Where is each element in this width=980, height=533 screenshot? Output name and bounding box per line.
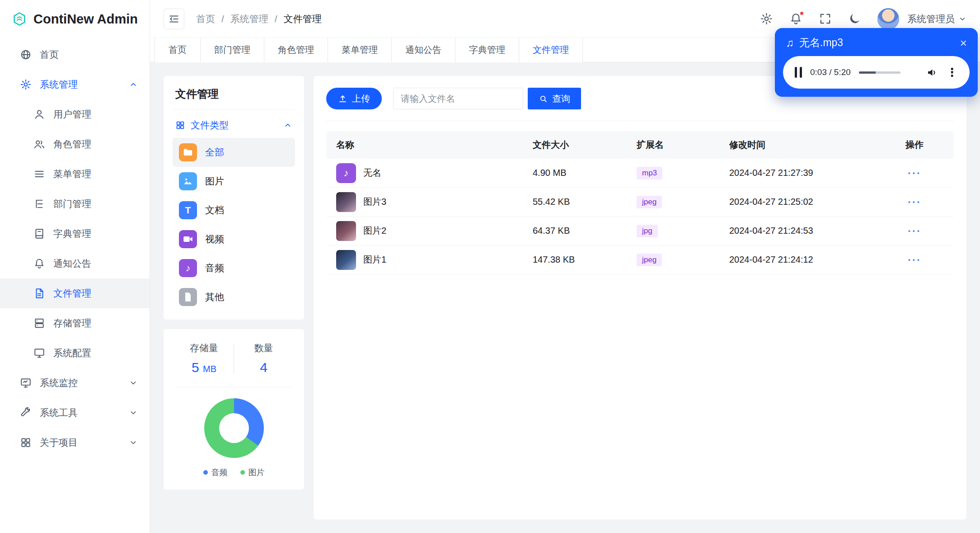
table-row[interactable]: 图片1 147.38 KB jpeg 2024-04-27 21:24:12 ·… xyxy=(326,245,954,274)
file-type-image[interactable]: 图片 xyxy=(173,167,295,196)
sidebar-collapse-button[interactable] xyxy=(164,9,184,29)
sidebar-group-monitor[interactable]: 系统监控 xyxy=(0,368,150,398)
folder-icon xyxy=(179,143,197,161)
file-type-group-header[interactable]: 文件类型 xyxy=(173,110,295,138)
menu-lines-icon xyxy=(33,168,45,180)
user-icon xyxy=(33,108,45,120)
ext-badge: jpeg xyxy=(637,196,662,208)
table-row[interactable]: ♪ 无名 4.90 MB mp3 2024-04-27 21:27:39 ··· xyxy=(326,159,954,188)
storage-icon xyxy=(33,317,45,329)
app-logo-row[interactable]: ContiNew Admin xyxy=(0,0,150,38)
close-icon[interactable]: × xyxy=(960,37,967,49)
video-icon xyxy=(179,230,197,248)
book-icon xyxy=(33,228,45,240)
sidebar-item-user[interactable]: 用户管理 xyxy=(0,99,150,129)
tab-dict[interactable]: 字典管理 xyxy=(455,38,519,62)
user-avatar[interactable] xyxy=(877,8,899,30)
audio-player-controls: 0:03 / 5:20 ⋮ xyxy=(783,56,970,89)
sidebar-item-home[interactable]: 首页 xyxy=(0,40,150,70)
fullscreen-icon[interactable] xyxy=(819,12,832,25)
wrench-icon xyxy=(20,407,32,419)
tab-dept[interactable]: 部门管理 xyxy=(201,38,264,62)
file-type-all[interactable]: 全部 xyxy=(173,138,295,167)
tab-notice[interactable]: 通知公告 xyxy=(392,38,455,62)
menu-label: 用户管理 xyxy=(53,108,138,121)
row-more-button[interactable]: ··· xyxy=(885,196,944,208)
tab-role[interactable]: 角色管理 xyxy=(264,38,328,62)
file-type-audio[interactable]: ♪ 音频 xyxy=(173,254,295,283)
legend-dot-image xyxy=(240,470,245,475)
sidebar-group-about[interactable]: 关于项目 xyxy=(0,428,150,458)
player-progress-fill xyxy=(859,71,876,74)
file-type-label: 文档 xyxy=(205,204,224,217)
sidebar-item-dict[interactable]: 字典管理 xyxy=(0,219,150,249)
count-value: 4 xyxy=(260,360,267,375)
tab-file[interactable]: 文件管理 xyxy=(519,38,583,62)
chevron-down-icon xyxy=(129,378,138,387)
row-more-button[interactable]: ··· xyxy=(885,167,944,179)
monitor-icon xyxy=(33,347,45,359)
table-row[interactable]: 图片3 55.42 KB jpeg 2024-04-27 21:25:02 ··… xyxy=(326,188,954,217)
seek-bar[interactable] xyxy=(859,71,900,74)
player-menu-button[interactable]: ⋮ xyxy=(946,66,958,80)
app-logo-icon xyxy=(12,9,27,29)
chevron-down-icon xyxy=(958,15,966,23)
player-header: ♫ 无名.mp3 × xyxy=(783,35,970,56)
upload-icon xyxy=(338,94,347,104)
ext-badge: mp3 xyxy=(637,167,662,179)
sidebar-item-storage[interactable]: 存储管理 xyxy=(0,308,150,338)
menu-label: 角色管理 xyxy=(53,138,138,151)
row-more-button[interactable]: ··· xyxy=(885,225,944,237)
row-more-button[interactable]: ··· xyxy=(885,254,944,266)
notification-dot xyxy=(799,11,804,16)
file-size: 4.90 MB xyxy=(533,168,637,178)
storage-unit: MB xyxy=(203,364,216,374)
playback-time: 0:03 / 5:20 xyxy=(810,67,851,77)
query-label: 查询 xyxy=(552,93,570,105)
ext-badge: jpeg xyxy=(637,254,662,266)
audio-file-icon: ♪ xyxy=(336,163,356,183)
file-type-video[interactable]: 视频 xyxy=(173,225,295,254)
sidebar-group-tools[interactable]: 系统工具 xyxy=(0,398,150,428)
chevron-up-icon xyxy=(129,80,138,89)
file-type-document[interactable]: T 文档 xyxy=(173,196,295,225)
sidebar-item-config[interactable]: 系统配置 xyxy=(0,338,150,368)
menu-label: 部门管理 xyxy=(53,198,138,210)
sidebar-item-role[interactable]: 角色管理 xyxy=(0,129,150,159)
donut-legend: 音频 图片 xyxy=(174,467,293,478)
sidebar-item-notice[interactable]: 通知公告 xyxy=(0,249,150,278)
sidebar-item-dept[interactable]: 部门管理 xyxy=(0,189,150,219)
search-input[interactable] xyxy=(393,88,523,109)
column-header-actions: 操作 xyxy=(885,139,944,151)
user-menu[interactable]: 系统管理员 xyxy=(907,13,966,25)
stats-header: 存储量 5 MB 数量 4 xyxy=(174,342,293,375)
audio-icon: ♪ xyxy=(179,259,197,277)
audio-player-popup: ♫ 无名.mp3 × 0:03 / 5:20 ⋮ xyxy=(775,28,978,97)
volume-icon[interactable] xyxy=(926,66,938,79)
breadcrumb-system[interactable]: 系统管理 xyxy=(230,13,268,25)
storage-value: 5 xyxy=(192,360,199,375)
notification-bell-icon[interactable] xyxy=(789,12,802,25)
settings-icon[interactable] xyxy=(760,12,773,25)
tab-home[interactable]: 首页 xyxy=(155,38,201,62)
menu-label: 菜单管理 xyxy=(53,168,138,180)
pause-button[interactable] xyxy=(795,67,802,78)
sidebar-group-system[interactable]: 系统管理 xyxy=(0,70,150,99)
tab-menu[interactable]: 菜单管理 xyxy=(328,38,392,62)
sidebar-item-menu[interactable]: 菜单管理 xyxy=(0,159,150,189)
user-name: 系统管理员 xyxy=(907,13,955,25)
sidebar-item-file[interactable]: 文件管理 xyxy=(0,278,150,308)
menu-label: 字典管理 xyxy=(53,227,138,240)
upload-button[interactable]: 上传 xyxy=(326,88,382,109)
breadcrumb-home[interactable]: 首页 xyxy=(196,13,215,25)
file-type-other[interactable]: 其他 xyxy=(173,283,295,311)
storage-stat: 存储量 5 MB xyxy=(174,342,234,375)
column-header-size: 文件大小 xyxy=(533,139,637,151)
dark-mode-moon-icon[interactable] xyxy=(848,12,861,25)
legend-label: 音频 xyxy=(211,467,228,478)
music-note-icon: ♫ xyxy=(786,37,794,49)
table-row[interactable]: 图片2 64.37 KB jpg 2024-04-27 21:24:53 ··· xyxy=(326,217,954,245)
query-button[interactable]: 查询 xyxy=(528,88,581,109)
file-thumbnail xyxy=(336,250,356,270)
column-header-time: 修改时间 xyxy=(729,139,885,151)
